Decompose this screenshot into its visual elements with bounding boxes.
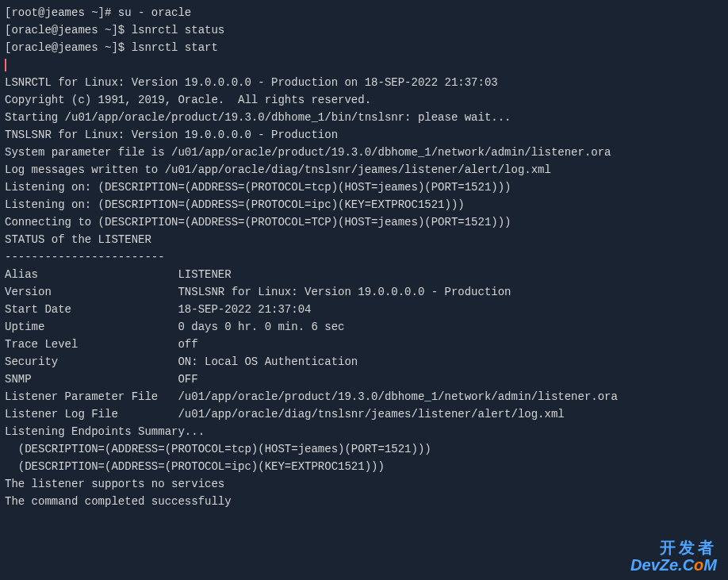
output-line: System parameter file is /u01/app/oracle…: [5, 144, 723, 161]
status-listener-param: Listener Parameter File /u01/app/oracle/…: [5, 388, 723, 405]
terminal-output: [root@jeames ~]# su - oracle [oracle@jea…: [5, 4, 723, 510]
watermark-cn: 开发者: [630, 539, 717, 556]
output-line: Log messages written to /u01/app/oracle/…: [5, 161, 723, 179]
status-alias: Alias LISTENER: [5, 266, 723, 283]
output-line: The command completed successfully: [5, 493, 723, 510]
prompt-root: [root@jeames ~]#: [5, 6, 118, 19]
output-line: Starting /u01/app/oracle/product/19.3.0/…: [5, 109, 723, 126]
output-line: STATUS of the LISTENER: [5, 231, 723, 248]
cursor-icon: [5, 59, 6, 71]
endpoint-ipc: (DESCRIPTION=(ADDRESS=(PROTOCOL=ipc)(KEY…: [5, 458, 723, 475]
status-version: Version TNSLSNR for Linux: Version 19.0.…: [5, 283, 723, 301]
prompt-line-oracle-start: [oracle@jeames ~]$ lsnrctl start: [5, 39, 723, 56]
output-line: Connecting to (DESCRIPTION=(ADDRESS=(PRO…: [5, 213, 723, 231]
output-line: Copyright (c) 1991, 2019, Oracle. All ri…: [5, 91, 723, 109]
status-security: Security ON: Local OS Authentication: [5, 353, 723, 371]
endpoint-tcp: (DESCRIPTION=(ADDRESS=(PROTOCOL=tcp)(HOS…: [5, 440, 723, 458]
status-uptime: Uptime 0 days 0 hr. 0 min. 6 sec: [5, 318, 723, 336]
watermark-en: DevZe.CoM: [630, 556, 717, 574]
prompt-line-oracle-status: [oracle@jeames ~]$ lsnrctl status: [5, 21, 723, 39]
watermark: 开发者 DevZe.CoM: [630, 539, 717, 574]
status-listener-log: Listener Log File /u01/app/oracle/diag/t…: [5, 405, 723, 423]
prompt-oracle: [oracle@jeames ~]$: [5, 41, 132, 54]
output-line: The listener supports no services: [5, 475, 723, 493]
output-line: ------------------------: [5, 248, 723, 266]
output-line: Listening on: (DESCRIPTION=(ADDRESS=(PRO…: [5, 196, 723, 213]
command-start: lsnrctl start: [132, 41, 218, 54]
command-status: lsnrctl status: [132, 24, 225, 36]
status-start-date: Start Date 18-SEP-2022 21:37:04: [5, 301, 723, 318]
output-line: TNSLSNR for Linux: Version 19.0.0.0.0 - …: [5, 126, 723, 144]
status-snmp: SNMP OFF: [5, 371, 723, 388]
prompt-line-root: [root@jeames ~]# su - oracle: [5, 4, 723, 21]
output-line: Listening on: (DESCRIPTION=(ADDRESS=(PRO…: [5, 179, 723, 196]
prompt-oracle: [oracle@jeames ~]$: [5, 24, 132, 36]
output-line: LSNRCTL for Linux: Version 19.0.0.0.0 - …: [5, 74, 723, 91]
cursor-line[interactable]: [5, 56, 723, 74]
command-su: su - oracle: [118, 6, 191, 19]
status-trace-level: Trace Level off: [5, 336, 723, 353]
output-line: Listening Endpoints Summary...: [5, 423, 723, 440]
